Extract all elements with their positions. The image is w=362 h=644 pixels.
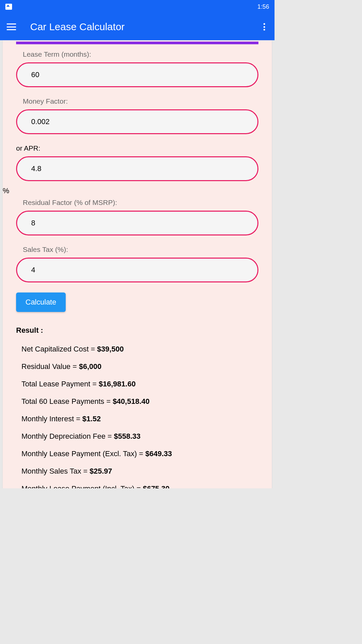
result-monthly-depreciation: Monthly Depreciation Fee = $558.33 [16,432,258,441]
sales-tax-label: Sales Tax (%): [16,246,258,254]
apr-label: or APR: [16,144,258,152]
sales-tax-input[interactable] [16,258,258,282]
result-label: Monthly Interest = [21,415,82,423]
residual-factor-label: Residual Factor (% of MSRP): [16,199,258,207]
calculate-button[interactable]: Calculate [16,292,66,312]
residual-factor-group: Residual Factor (% of MSRP): [3,199,272,235]
result-label: Monthly Lease Payment (Incl. Tax) = [21,484,143,488]
result-value: $25.97 [89,467,112,475]
apr-input[interactable] [16,156,258,181]
result-value: $40,518.40 [113,397,149,406]
overflow-menu-icon[interactable] [261,23,268,31]
content-wrapper: Lease Term (months): Money Factor: or AP… [0,40,275,488]
money-factor-label: Money Factor: [16,97,258,105]
result-label: Total 60 Lease Payments = [21,397,113,406]
apr-group: or APR: [3,144,272,181]
app-bar: Car Lease Calculator [0,13,275,40]
result-label: Monthly Lease Payment (Excl. Tax) = [21,449,145,458]
result-net-cap-cost: Net Capitalized Cost = $39,500 [16,345,258,354]
lease-term-label: Lease Term (months): [16,50,258,58]
result-value: $1.52 [82,415,101,423]
lease-term-input[interactable] [16,62,258,87]
result-label: Residual Value = [21,362,79,371]
percent-symbol: % [3,186,272,195]
result-value: $16,981.60 [99,380,136,388]
result-heading: Result : [16,326,258,335]
status-time: 1:56 [257,3,269,10]
result-label: Monthly Depreciation Fee = [21,432,114,440]
money-factor-group: Money Factor: [3,97,272,134]
content: Lease Term (months): Money Factor: or AP… [3,40,272,488]
result-residual-value: Residual Value = $6,000 [16,362,258,371]
result-label: Monthly Sales Tax = [21,467,89,475]
result-section: Result : Net Capitalized Cost = $39,500 … [3,326,272,488]
result-monthly-payment-incl: Monthly Lease Payment (Incl. Tax) = $675… [16,484,258,488]
money-factor-input[interactable] [16,109,258,134]
result-value: $649.33 [145,449,172,458]
result-total-lease-payment: Total Lease Payment = $16,981.60 [16,380,258,388]
result-monthly-sales-tax: Monthly Sales Tax = $25.97 [16,467,258,476]
result-label: Net Capitalized Cost = [21,345,97,353]
result-total-lease-payments: Total 60 Lease Payments = $40,518.40 [16,397,258,406]
result-value: $675.30 [143,484,170,488]
result-value: $6,000 [79,362,101,371]
app-title: Car Lease Calculator [30,21,261,33]
residual-factor-input[interactable] [16,211,258,235]
status-left [5,4,12,10]
image-icon [5,4,12,10]
result-monthly-payment-excl: Monthly Lease Payment (Excl. Tax) = $649… [16,449,258,458]
result-label: Total Lease Payment = [21,380,99,388]
result-monthly-interest: Monthly Interest = $1.52 [16,415,258,423]
divider-bar [16,42,258,44]
status-bar: 1:56 [0,0,275,13]
result-value: $558.33 [114,432,141,440]
hamburger-menu-icon[interactable] [7,23,16,30]
lease-term-group: Lease Term (months): [3,50,272,87]
sales-tax-group: Sales Tax (%): [3,246,272,282]
result-value: $39,500 [97,345,124,353]
